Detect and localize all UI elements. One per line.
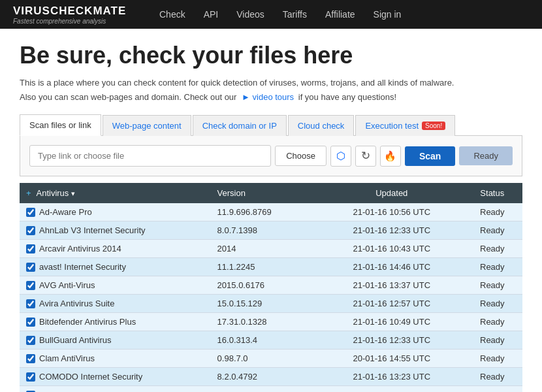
nav-api[interactable]: API — [195, 0, 228, 29]
cell-updated: 21-01-16 12:57 UTC — [321, 295, 462, 313]
antivirus-checkbox[interactable] — [26, 299, 35, 308]
cell-status: Ready — [462, 203, 522, 221]
cell-updated: 21-01-16 12:33 UTC — [321, 331, 462, 350]
desc-line3: if you have any questions! — [298, 92, 396, 102]
table-row: Avira Antivirus Suite 15.0.15.129 21-01-… — [20, 295, 522, 313]
antivirus-name: Avira Antivirus Suite — [39, 299, 114, 308]
cell-updated: 21-01-16 13:37 UTC — [321, 276, 462, 295]
cell-updated: 21-01-16 14:46 UTC — [321, 258, 462, 276]
cell-status: Ready — [462, 295, 522, 313]
cell-status: Ready — [462, 331, 522, 350]
fire-icon: 🔥 — [384, 150, 396, 162]
table-row: Bitdefender Antivirus Plus 17.31.0.1328 … — [20, 313, 522, 331]
tabs-container: Scan files or link Web-page content Chec… — [20, 114, 522, 136]
tab-domain-ip[interactable]: Check domain or IP — [193, 115, 287, 136]
nav-videos[interactable]: Videos — [227, 0, 274, 29]
scan-button[interactable]: Scan — [405, 146, 455, 166]
antivirus-name: Bitdefender Antivirus Plus — [39, 317, 136, 327]
antivirus-checkbox[interactable] — [26, 354, 35, 363]
cell-updated: 21-01-16 14:29 UTC — [321, 386, 462, 392]
col-updated: Updated — [321, 183, 462, 203]
video-tours-link[interactable]: ► video tours — [242, 92, 294, 102]
cell-version: 17.31.0.1328 — [211, 313, 321, 331]
nav-check[interactable]: Check — [150, 0, 195, 29]
logo-area: VIRUSCHECKMATE Fastest comprehensive ana… — [13, 5, 131, 25]
cell-antivirus: Clam AntiVirus — [20, 350, 211, 368]
cell-version: 8.2.0.4792 — [211, 368, 321, 386]
desc-line1: This is a place where you can check cont… — [20, 78, 454, 88]
antivirus-name: Ad-Aware Pro — [39, 207, 92, 217]
antivirus-checkbox[interactable] — [26, 372, 35, 382]
antivirus-table: + Antivirus ▾ Version Updated Status Ad-… — [20, 183, 522, 392]
plus-icon: + — [26, 188, 31, 198]
antivirus-checkbox[interactable] — [26, 208, 35, 217]
antivirus-name: BullGuard Antivirus — [39, 335, 112, 345]
ready-button[interactable]: Ready — [459, 146, 513, 165]
cell-antivirus: AhnLab V3 Internet Security — [20, 221, 211, 240]
dropbox-icon-button[interactable]: ⬡ — [330, 146, 351, 167]
tab-scan-files[interactable]: Scan files or link — [20, 114, 101, 136]
header: VIRUSCHECKMATE Fastest comprehensive ana… — [0, 0, 542, 29]
cell-updated: 21-01-16 10:56 UTC — [321, 203, 462, 221]
table-row: AhnLab V3 Internet Security 8.0.7.1398 2… — [20, 221, 522, 240]
antivirus-checkbox[interactable] — [26, 318, 35, 327]
cell-version: 15.0.15.129 — [211, 295, 321, 313]
cell-version: 11.0 — [211, 386, 321, 392]
main-content: Be sure, check your files here This is a… — [0, 29, 542, 392]
cell-antivirus: Arcavir Antivirus 2014 — [20, 240, 211, 258]
tab-cloud[interactable]: Cloud check — [288, 115, 355, 136]
cell-version: 2014 — [211, 240, 321, 258]
scan-input[interactable] — [29, 145, 271, 167]
cell-antivirus: Avira Antivirus Suite — [20, 295, 211, 313]
refresh-icon: ↻ — [361, 149, 370, 163]
cell-version: 8.0.7.1398 — [211, 221, 321, 240]
cell-antivirus: Ad-Aware Pro — [20, 203, 211, 221]
cell-status: Ready — [462, 276, 522, 295]
antivirus-checkbox[interactable] — [26, 336, 35, 345]
page-title: Be sure, check your files here — [20, 42, 522, 69]
nav-tariffs[interactable]: Tariffs — [274, 0, 316, 29]
tab-webpage[interactable]: Web-page content — [103, 115, 191, 136]
cell-antivirus: Bitdefender Antivirus Plus — [20, 313, 211, 331]
col-version: Version — [211, 183, 321, 203]
table-row: Arcavir Antivirus 2014 2014 21-01-16 10:… — [20, 240, 522, 258]
col-status: Status — [462, 183, 522, 203]
table-row: Dr.Web Anti-virus 11.0 21-01-16 14:29 UT… — [20, 386, 522, 392]
fire-button[interactable]: 🔥 — [380, 146, 401, 167]
table-row: COMODO Internet Security 8.2.0.4792 21-0… — [20, 368, 522, 386]
antivirus-name: Arcavir Antivirus 2014 — [39, 244, 121, 253]
antivirus-checkbox[interactable] — [26, 244, 35, 253]
logo-name: VIRUSCHECKMATE — [13, 5, 131, 18]
nav-signin[interactable]: Sign in — [364, 0, 411, 29]
cell-status: Ready — [462, 221, 522, 240]
cell-antivirus: COMODO Internet Security — [20, 368, 211, 386]
logo-tagline: Fastest comprehensive analysis — [13, 18, 131, 25]
refresh-button[interactable]: ↻ — [355, 146, 376, 167]
sort-icon: ▾ — [71, 189, 75, 197]
scan-panel: Choose ⬡ ↻ 🔥 Scan Ready — [20, 136, 522, 176]
choose-button[interactable]: Choose — [275, 146, 327, 166]
nav-affiliate[interactable]: Affiliate — [316, 0, 364, 29]
table-row: Clam AntiVirus 0.98.7.0 20-01-16 14:55 U… — [20, 350, 522, 368]
cell-status: Ready — [462, 313, 522, 331]
desc-line2: Also you can scan web-pages and domain. … — [20, 92, 236, 102]
table-row: BullGuard Antivirus 16.0.313.4 21-01-16 … — [20, 331, 522, 350]
cell-status: Ready — [462, 240, 522, 258]
cell-updated: 21-01-16 12:33 UTC — [321, 221, 462, 240]
table-row: avast! Internet Security 11.1.2245 21-01… — [20, 258, 522, 276]
cell-version: 11.9.696.8769 — [211, 203, 321, 221]
antivirus-name: AhnLab V3 Internet Security — [39, 225, 146, 235]
cell-status: Ready — [462, 258, 522, 276]
tab-execution[interactable]: Execution test Soon! — [355, 115, 455, 136]
cell-version: 0.98.7.0 — [211, 350, 321, 368]
antivirus-checkbox[interactable] — [26, 226, 35, 235]
antivirus-checkbox[interactable] — [26, 281, 35, 290]
cell-status: Ready — [462, 350, 522, 368]
antivirus-name: Clam AntiVirus — [39, 353, 95, 363]
dropbox-icon: ⬡ — [336, 150, 345, 162]
antivirus-checkbox[interactable] — [26, 263, 35, 272]
antivirus-name: COMODO Internet Security — [39, 372, 142, 382]
cell-version: 16.0.313.4 — [211, 331, 321, 350]
antivirus-name: avast! Internet Security — [39, 262, 126, 272]
cell-updated: 21-01-16 10:43 UTC — [321, 240, 462, 258]
